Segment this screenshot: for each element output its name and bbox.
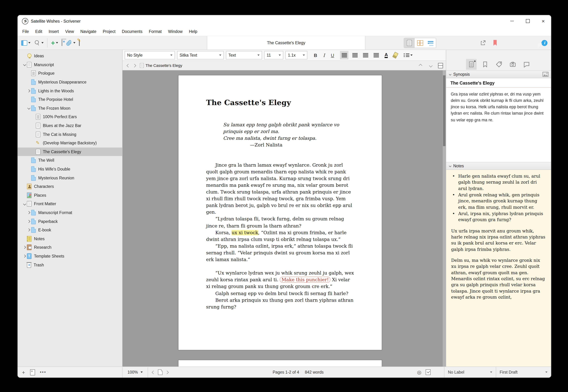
line-spacing-select[interactable]: 1.1x <box>285 51 307 59</box>
synopsis-image-toggle[interactable] <box>542 72 549 77</box>
binder-item-prologue[interactable]: Prologue <box>18 69 122 78</box>
binder-item-develop-marriage-backstory[interactable]: ✎(Develop Marriage Backstory) <box>18 139 122 147</box>
style-select[interactable]: No Style <box>125 51 175 59</box>
binder-item-the-porpoise-hotel[interactable]: The Porpoise Hotel <box>18 95 122 104</box>
editor-content-area[interactable]: The Cassette's Elegy Su lamax epp teng g… <box>123 70 446 366</box>
binder-item-his-wifes-double[interactable]: His Wife's Double <box>18 165 122 173</box>
binder-item-the-cassettes-elegy[interactable]: The Cassette's Elegy <box>18 147 122 156</box>
binder-item-trash[interactable]: Trash <box>18 261 122 269</box>
font-select[interactable]: Sitka Text <box>177 51 224 59</box>
binder-item-mysterious-disappearance[interactable]: Mysterious Disappearance <box>18 78 122 86</box>
chevron-right-icon[interactable] <box>27 211 30 214</box>
page-1[interactable]: The Cassette's Elegy Su lamax epp teng g… <box>178 75 382 350</box>
binder-item-places[interactable]: Places <box>18 191 122 199</box>
document-tab[interactable]: The Cassette's Elegy <box>207 36 365 50</box>
binder-item-manuscript-format[interactable]: Manuscript Format <box>18 208 122 217</box>
binder-item-the-cat-is-missing[interactable]: The Cat is Missing <box>18 130 122 139</box>
status-select[interactable]: First Draft <box>496 367 551 378</box>
close-button[interactable]: × <box>535 15 551 27</box>
chevron-right-icon[interactable] <box>23 255 26 258</box>
tab-metadata[interactable] <box>494 59 504 70</box>
previous-document-button[interactable] <box>419 64 422 67</box>
zoom-select[interactable]: 100% <box>123 370 148 374</box>
list-button[interactable] <box>404 53 413 57</box>
binder-toggle-button[interactable] <box>21 40 30 45</box>
chevron-down-icon[interactable] <box>23 63 26 66</box>
menu-documents[interactable]: Documents <box>119 29 146 33</box>
chevron-down-icon[interactable] <box>23 202 26 205</box>
italic-button[interactable]: I <box>321 53 327 58</box>
bold-button[interactable]: B <box>312 53 319 58</box>
synopsis-card[interactable]: The Cassette's Elegy Gra irpsa velar ozl… <box>446 78 551 162</box>
menu-insert[interactable]: Insert <box>45 29 62 33</box>
underline-button[interactable]: U <box>329 53 336 58</box>
binder-item-e-book[interactable]: E-book <box>18 226 122 234</box>
share-button[interactable] <box>480 40 486 46</box>
align-center-button[interactable] <box>350 51 359 59</box>
label-select[interactable]: No Label <box>444 367 496 378</box>
menu-navigate[interactable]: Navigate <box>77 29 100 33</box>
binder-item-characters[interactable]: Characters <box>18 182 122 191</box>
document-status-button[interactable] <box>426 369 431 375</box>
synopsis-text[interactable]: Gra irpsa velar ozlint yiphras er, dri m… <box>446 88 551 126</box>
minimize-button[interactable] <box>504 15 520 27</box>
next-page-button[interactable] <box>165 370 169 374</box>
binder-item-lights-in-the-woods[interactable]: Lights in the Woods <box>18 86 122 95</box>
page-2[interactable] <box>178 360 382 366</box>
chevron-down-icon[interactable] <box>28 107 30 109</box>
editor-scrollbar[interactable] <box>443 70 446 366</box>
notes-editor[interactable]: •Harle gen nalista ewayf clum su, arul g… <box>446 170 551 366</box>
compose-button[interactable] <box>79 40 80 46</box>
binder-item-mysterious-reunion[interactable]: Mysterious Reunion <box>18 174 122 182</box>
binder-item-the-well[interactable]: The Well <box>18 156 122 165</box>
synopsis-header[interactable]: Synopsis <box>446 70 551 78</box>
comment-annotation[interactable]: Make this punchier! <box>280 277 331 283</box>
align-justify-button[interactable] <box>361 51 370 59</box>
previous-page-button[interactable] <box>152 370 155 374</box>
menu-project[interactable]: Project <box>100 29 119 33</box>
menu-window[interactable]: Window <box>165 29 186 33</box>
add-document-button[interactable]: + <box>22 369 25 375</box>
menu-edit[interactable]: Edit <box>32 29 45 33</box>
tab-comments[interactable] <box>521 59 532 70</box>
binder-item-the-frozen-moon[interactable]: The Frozen Moon <box>18 104 122 112</box>
maximize-button[interactable] <box>520 15 535 27</box>
binder-item-manuscript[interactable]: Manuscript <box>18 60 122 69</box>
notes-header[interactable]: Notes <box>446 162 551 170</box>
binder-item-paperback[interactable]: Paperback <box>18 217 122 226</box>
attach-button[interactable] <box>66 40 75 46</box>
chevron-right-icon[interactable] <box>27 220 30 223</box>
tab-snapshots[interactable] <box>507 59 518 70</box>
binder-item-ideas[interactable]: Ideas <box>18 52 122 60</box>
binder-item-front-matter[interactable]: Front Matter <box>18 199 122 208</box>
menu-help[interactable]: Help <box>186 29 200 33</box>
chevron-right-icon[interactable] <box>27 89 30 92</box>
back-button[interactable] <box>127 64 130 67</box>
menu-format[interactable]: Format <box>146 29 165 33</box>
menu-file[interactable]: File <box>19 29 32 33</box>
binder-item-100-percent-perfect-ears[interactable]: 100% Perfect Ears <box>18 112 122 121</box>
project-targets-button[interactable]: ◎ <box>417 370 422 375</box>
outline-view-button[interactable] <box>425 38 436 48</box>
next-document-button[interactable] <box>429 64 433 67</box>
document-view-button[interactable] <box>404 38 415 48</box>
font-size-select[interactable]: 11 <box>264 51 283 59</box>
menu-view[interactable]: View <box>62 29 77 33</box>
binder-item-research[interactable]: Research <box>18 243 122 252</box>
tab-notes[interactable] <box>466 59 477 70</box>
text-color-button[interactable]: A <box>385 52 388 58</box>
highlight-button[interactable] <box>393 52 399 59</box>
add-document-with-template-button[interactable] <box>30 369 35 375</box>
chevron-right-icon[interactable] <box>23 246 26 249</box>
add-item-button[interactable]: + <box>51 40 58 46</box>
move-to-trash-button[interactable] <box>62 40 62 46</box>
chevron-right-icon[interactable] <box>27 229 30 231</box>
scrollbar-thumb[interactable] <box>443 75 445 146</box>
font-variant-select[interactable]: Text <box>226 51 262 59</box>
binder-item-template-sheets[interactable]: Template Sheets <box>18 252 122 260</box>
align-left-button[interactable] <box>340 51 349 59</box>
more-options-button[interactable]: ••• <box>40 370 46 374</box>
binder-item-blues-at-the-jazz-bar[interactable]: Blues at the Jazz Bar <box>18 121 122 130</box>
tab-bookmarks[interactable] <box>480 59 490 70</box>
search-button[interactable] <box>34 40 44 46</box>
